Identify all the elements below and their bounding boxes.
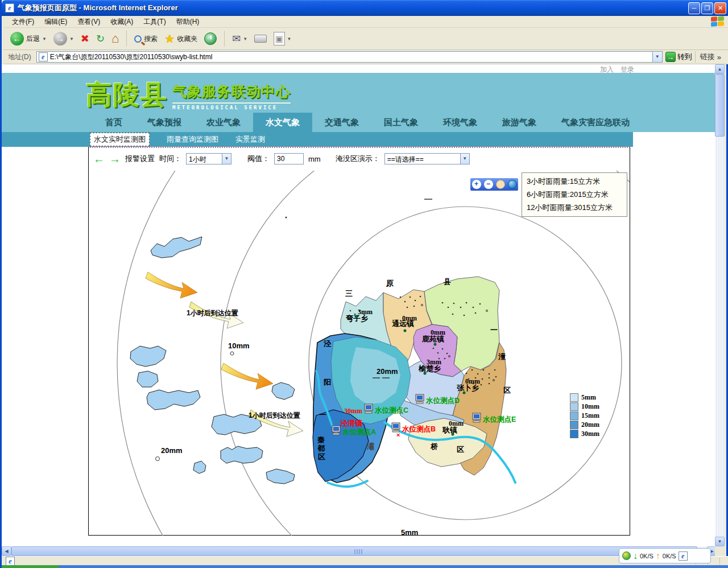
zoom-in-icon[interactable]: + xyxy=(472,180,481,189)
rainfall-tooltip: 3小时面雨量:15立方米 6小时面雨量:2015立方米 12小时面雨量:3015… xyxy=(522,172,627,217)
svg-text:0mm: 0mm xyxy=(431,328,445,336)
vertical-scrollbar[interactable]: ▲ ▼ xyxy=(715,64,725,546)
home-icon: ⌂ xyxy=(111,32,119,45)
svg-text:0mm: 0mm xyxy=(402,314,417,322)
menu-tools[interactable]: 工具(T) xyxy=(138,16,171,28)
menu-help[interactable]: 帮助(H) xyxy=(171,16,205,28)
globe-icon[interactable] xyxy=(508,180,517,189)
svg-text:原: 原 xyxy=(386,279,394,287)
svg-text:20mm: 20mm xyxy=(161,446,183,455)
svg-text:泾渭镇: 泾渭镇 xyxy=(340,419,362,427)
horizontal-scroll-thumb[interactable] xyxy=(11,546,697,556)
home-button[interactable]: ⌂ xyxy=(109,31,121,46)
arrival-label-2: 1小时后到达位置 xyxy=(249,411,300,419)
search-button[interactable]: 搜索 xyxy=(132,33,160,45)
scroll-down-icon[interactable]: ▼ xyxy=(715,537,725,546)
logo-subtitle-en: METEOROLOGICAL SERVICE xyxy=(172,102,291,110)
print-button[interactable] xyxy=(252,34,269,44)
mail-button[interactable]: ✉▼ xyxy=(230,31,250,46)
nav-traffic[interactable]: 交通气象 xyxy=(312,113,371,132)
vertical-scroll-thumb[interactable] xyxy=(715,74,725,137)
svg-text:0mm: 0mm xyxy=(465,377,480,385)
threshold-input[interactable] xyxy=(274,153,304,164)
restore-button[interactable]: ❐ xyxy=(701,2,713,14)
stop-button[interactable]: ✖ xyxy=(78,31,92,46)
tooltip-line-3h: 3小时面雨量:15立方米 xyxy=(527,176,622,187)
nav-weather-forecast[interactable]: 气象预报 xyxy=(135,113,194,132)
subnav-realtime-map[interactable]: 水文实时监测图 xyxy=(90,133,150,146)
alarm-settings-label: 报警设置 xyxy=(125,154,155,164)
page-icon: e xyxy=(39,52,48,61)
mail-icon: ✉ xyxy=(232,32,241,45)
scroll-up-icon[interactable]: ▲ xyxy=(715,64,725,74)
forward-button[interactable]: → ▼ xyxy=(51,31,76,47)
history-clock-icon xyxy=(204,32,217,45)
menu-edit[interactable]: 编辑(E) xyxy=(39,16,72,28)
svg-text:0mm: 0mm xyxy=(449,419,464,427)
station-label-b[interactable]: 水位测点B xyxy=(402,425,436,433)
back-button[interactable]: ← 后退 ▼ xyxy=(8,31,49,47)
svg-text:一: 一 xyxy=(319,410,326,419)
menu-bar: 文件(F) 编辑(E) 查看(V) 收藏(A) 工具(T) 帮助(H) xyxy=(3,16,728,28)
browser-window: e 气象预报页面原型 - Microsoft Internet Explorer… xyxy=(0,0,728,568)
refresh-button[interactable]: ↻ xyxy=(94,31,107,46)
edit-icon: ▣ xyxy=(274,32,284,46)
menu-view[interactable]: 查看(V) xyxy=(72,16,105,28)
taskbar-edge xyxy=(2,565,728,568)
minimize-button[interactable]: ─ xyxy=(688,2,700,14)
nav-hydrology[interactable]: 水文气象 xyxy=(253,113,312,132)
nav-environment[interactable]: 环境气象 xyxy=(431,113,490,132)
address-input[interactable]: e E:\气象台\原型20110530\原型20110530\swyb-list… xyxy=(36,51,663,63)
zoom-out-icon[interactable]: − xyxy=(484,180,493,189)
svg-text:灞: 灞 xyxy=(366,442,374,451)
svg-text:30mm: 30mm xyxy=(344,407,362,415)
legend-swatch xyxy=(570,421,578,429)
next-arrow-icon[interactable]: → xyxy=(109,155,121,163)
time-select[interactable]: 1小时 ▼ xyxy=(186,153,231,164)
subnav-rain-query-map[interactable]: 雨量查询监测图 xyxy=(167,134,218,145)
pan-hand-icon[interactable] xyxy=(496,180,505,189)
menu-file[interactable]: 文件(F) xyxy=(7,16,39,28)
station-label-a[interactable]: 水位测点A xyxy=(342,428,376,436)
prev-arrow-icon[interactable]: ← xyxy=(93,155,105,163)
favorites-button[interactable]: ★ 收藏夹 xyxy=(162,31,200,47)
search-icon xyxy=(134,35,142,43)
links-button[interactable]: 链接 » xyxy=(695,51,726,63)
station-icon xyxy=(332,426,340,435)
nav-home[interactable]: 首页 xyxy=(93,113,135,132)
edit-button[interactable]: ▣▼ xyxy=(271,31,293,47)
go-button[interactable]: → 转到 xyxy=(665,52,692,62)
nav-land[interactable]: 国土气象 xyxy=(371,113,431,132)
history-button[interactable] xyxy=(202,31,219,46)
download-arrow-icon: ↓ xyxy=(633,551,638,561)
nav-agriculture[interactable]: 农业气象 xyxy=(194,113,253,132)
svg-text:阳: 阳 xyxy=(324,378,331,386)
svg-text:都: 都 xyxy=(317,444,325,452)
nav-tourism[interactable]: 旅游气象 xyxy=(490,113,549,132)
legend-swatch xyxy=(570,430,578,438)
nav-disaster-emergency[interactable]: 气象灾害应急联动 xyxy=(549,113,642,132)
forward-dropdown-icon[interactable]: ▼ xyxy=(69,36,74,42)
network-speed-widget[interactable]: ↓ 0K/S ↑ 0K/S e xyxy=(619,548,711,563)
back-icon: ← xyxy=(10,32,24,46)
svg-text:秦: 秦 xyxy=(317,435,325,444)
window-title: 气象预报页面原型 - Microsoft Internet Explorer xyxy=(18,3,687,13)
horizontal-scrollbar[interactable]: ◀ ▶ xyxy=(2,546,717,556)
subnav-live-monitor[interactable]: 实景监测 xyxy=(235,134,265,145)
station-icon xyxy=(473,413,481,422)
close-button[interactable]: ✕ xyxy=(714,2,726,14)
address-dropdown-icon[interactable]: ▼ xyxy=(652,52,662,62)
chevron-down-icon: ▼ xyxy=(222,154,231,164)
flood-demo-select[interactable]: ==请选择== ▼ xyxy=(384,153,470,164)
menu-favorites[interactable]: 收藏(A) xyxy=(105,16,138,28)
back-dropdown-icon[interactable]: ▼ xyxy=(42,36,47,42)
radar-map[interactable]: 1小时后到达位置 1小时后到达位置 xyxy=(89,171,630,536)
station-label-c[interactable]: 水位测点C xyxy=(374,406,408,414)
station-label-d[interactable]: 水位测点D xyxy=(425,397,460,405)
station-label-e[interactable]: 水位测点E xyxy=(482,415,516,423)
go-arrow-icon: → xyxy=(665,52,676,62)
ie-window-icon: e xyxy=(5,3,14,13)
scroll-left-icon[interactable]: ◀ xyxy=(2,546,11,556)
browser-toolbar: ← 后退 ▼ → ▼ ✖ ↻ ⌂ 搜索 ★ 收藏夹 ✉▼ ▣▼ xyxy=(3,28,728,50)
address-url: E:\气象台\原型20110530\原型20110530\swyb-list.h… xyxy=(50,52,213,62)
